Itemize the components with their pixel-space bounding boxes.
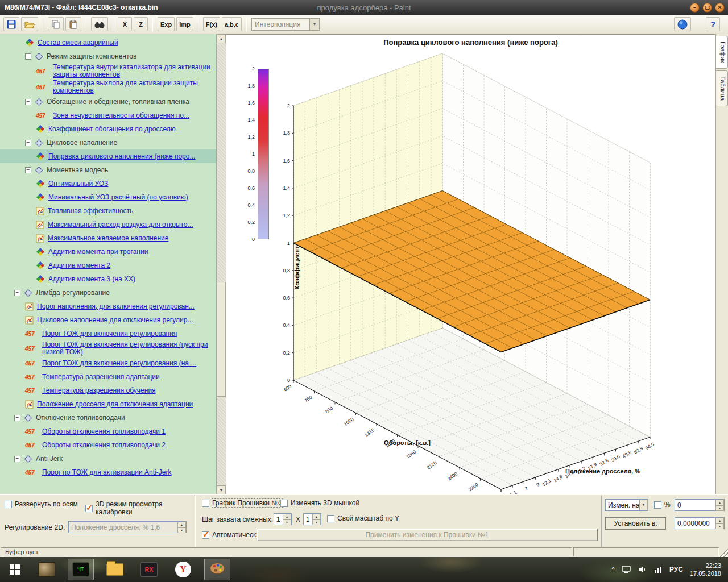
checkbox-checked-box[interactable] bbox=[202, 531, 209, 539]
tree-item-label[interactable]: Лямбда-регулирование bbox=[36, 289, 110, 297]
tree-item[interactable]: 457Обороты отключения топливоподачи 2 bbox=[0, 438, 216, 452]
taskbar-app-yandex[interactable]: Y bbox=[170, 559, 196, 580]
tree-item[interactable]: Максимальное желаемое наполнение bbox=[0, 231, 216, 245]
tree-item-label[interactable]: Обогащение и обеднение, топливная пленка bbox=[47, 98, 189, 106]
collapse-icon[interactable]: − bbox=[14, 415, 20, 421]
checkbox-checked-box[interactable] bbox=[85, 505, 93, 512]
export-button[interactable]: Exp bbox=[158, 17, 175, 31]
tree-item-label[interactable]: Температура внутри катализатора для акти… bbox=[53, 64, 215, 78]
tree-item-label[interactable]: Цикловое наполнение bbox=[47, 139, 117, 147]
tree-group[interactable]: −Цикловое наполнение bbox=[0, 136, 216, 149]
scroll-up-icon[interactable]: ▲ bbox=[217, 34, 226, 43]
tree-item[interactable]: Аддитив момента 2 bbox=[0, 259, 216, 272]
collapse-icon[interactable]: − bbox=[25, 53, 31, 60]
tree-item[interactable]: Поправка циклового наполнения (ниже поро… bbox=[0, 149, 216, 163]
tree-item[interactable]: 457Зона нечувствительности обогащения по… bbox=[0, 109, 216, 122]
tree-item[interactable]: Цикловое наполнение для отключения регул… bbox=[0, 313, 216, 327]
tree-item[interactable]: 457Температура разрешения адаптации bbox=[0, 370, 216, 384]
tree-item-label[interactable]: Порог ТОЖ для включения регулирования (п… bbox=[42, 341, 210, 356]
checkbox-box[interactable] bbox=[5, 501, 12, 508]
capture-y-spinner[interactable]: 1 ▲▼ bbox=[303, 513, 321, 525]
tree-item-label[interactable]: Обороты отключения топливоподачи 2 bbox=[42, 442, 166, 449]
spinner[interactable]: ▲▼ bbox=[312, 514, 321, 525]
tree-item[interactable]: Оптимальный УОЗ bbox=[0, 177, 216, 190]
tab-graph[interactable]: График bbox=[716, 36, 728, 69]
collapse-icon[interactable]: − bbox=[25, 99, 31, 105]
spin-down-icon[interactable]: ▼ bbox=[715, 523, 724, 529]
spinner[interactable]: ▲▼ bbox=[715, 500, 724, 510]
taskbar-app-files[interactable] bbox=[102, 559, 128, 580]
close-button[interactable]: ✕ bbox=[715, 3, 725, 13]
tree-group[interactable]: −Моментная модель bbox=[0, 163, 216, 177]
search-button[interactable] bbox=[91, 17, 108, 31]
tree-group[interactable]: −Отключение топливоподачи bbox=[0, 411, 216, 425]
tree-item-label[interactable]: Аддитив момента при трогании bbox=[48, 248, 148, 256]
tree-item-label[interactable]: Порог наполнения, для включения регулиро… bbox=[37, 303, 195, 310]
update-button[interactable] bbox=[674, 17, 691, 31]
edit-3d-mouse-checkbox[interactable]: Изменять 3D мышкой bbox=[280, 499, 359, 507]
percent-checkbox[interactable]: % bbox=[654, 501, 671, 509]
checkbox-box[interactable] bbox=[202, 500, 209, 507]
spin-up-icon[interactable]: ▲ bbox=[283, 514, 291, 519]
tree-item[interactable]: 457Порог ТОЖ для включения регулирования bbox=[0, 327, 216, 340]
spinner[interactable]: ▲▼ bbox=[283, 514, 291, 525]
tree-item-label[interactable]: Коэффициент обогащения по дросселю bbox=[48, 126, 176, 133]
minimize-button[interactable]: – bbox=[690, 3, 700, 13]
clock[interactable]: 22:23 17.05.2018 bbox=[690, 562, 721, 578]
x-axis-button[interactable]: X bbox=[118, 17, 132, 31]
resize-grip-icon[interactable] bbox=[719, 547, 728, 557]
spin-up-icon[interactable]: ▲ bbox=[715, 500, 724, 505]
tree-item[interactable]: Состав смеси аварийный bbox=[0, 36, 216, 49]
paste-button[interactable] bbox=[65, 17, 81, 31]
own-y-scale-checkbox[interactable]: Свой масштаб по Y bbox=[327, 514, 399, 522]
z-axis-button[interactable]: Z bbox=[134, 17, 148, 31]
spin-up-icon[interactable]: ▲ bbox=[312, 514, 321, 519]
capture-x-spinner[interactable]: 1 ▲▼ bbox=[274, 513, 292, 525]
help-button[interactable]: ? bbox=[706, 17, 720, 31]
spinner[interactable]: ▲▼ bbox=[715, 518, 724, 529]
start-button[interactable] bbox=[0, 557, 30, 582]
tree-item[interactable]: Топливная эффективность bbox=[0, 204, 216, 218]
network-icon[interactable] bbox=[653, 566, 663, 573]
apply-changes-button[interactable]: Применить изменения к Прошивки №1 bbox=[257, 529, 598, 541]
tree-item[interactable]: Аддитив момента 3 (на ХХ) bbox=[0, 272, 216, 286]
tree-item-label[interactable]: Максимальное желаемое наполнение bbox=[48, 235, 168, 242]
tree-item-label[interactable]: Топливная эффективность bbox=[48, 207, 133, 215]
expand-axes-checkbox[interactable]: Развернуть по осям bbox=[5, 500, 78, 508]
tree-item-label[interactable]: Максимальный расход воздуха для открыто.… bbox=[48, 221, 193, 228]
set-value-spinner[interactable]: 0,0000000 ▲▼ bbox=[675, 517, 725, 529]
open-button[interactable] bbox=[21, 17, 38, 31]
reg2d-field[interactable]: Положение дросселя, % 1,6 ▲▼ bbox=[68, 521, 187, 533]
tree-item[interactable]: Положение дросселя для отключения адапта… bbox=[0, 397, 216, 411]
tree-item[interactable]: 457Порог ТОЖ для включения регулирования… bbox=[0, 356, 216, 370]
spin-down-icon[interactable]: ▼ bbox=[283, 519, 291, 525]
maximize-button[interactable]: ▢ bbox=[702, 3, 712, 13]
taskbar-app-paint[interactable] bbox=[204, 559, 230, 580]
change-value-spinner[interactable]: 0 ▲▼ bbox=[675, 499, 725, 511]
tree-group[interactable]: −Anti-Jerk bbox=[0, 452, 216, 465]
tree-item-label[interactable]: Моментная модель bbox=[47, 167, 108, 174]
tree-item[interactable]: Минимальный УОЗ расчётный (по условию) bbox=[0, 190, 216, 204]
tree-item[interactable]: 457Температура внутри катализатора для а… bbox=[0, 63, 216, 79]
collapse-icon[interactable]: − bbox=[14, 290, 20, 296]
tree-group[interactable]: −Обогащение и обеднение, топливная пленк… bbox=[0, 95, 216, 109]
tree-item-label[interactable]: Anti-Jerk bbox=[36, 455, 63, 463]
tree-item-label[interactable]: Режим защиты компонентов bbox=[47, 53, 136, 60]
tree-item[interactable]: Максимальный расход воздуха для открыто.… bbox=[0, 218, 216, 231]
language-indicator[interactable]: РУС bbox=[669, 566, 683, 573]
tree-item[interactable]: 457Порог по ТОЖ для активизации Anti-Jer… bbox=[0, 465, 216, 479]
tree-item[interactable]: 457Температура разрешения обучения bbox=[0, 384, 216, 397]
tree-group[interactable]: −Лямбда-регулирование bbox=[0, 286, 216, 300]
tree-item[interactable]: Порог наполнения, для включения регулиро… bbox=[0, 300, 216, 313]
tree-item-label[interactable]: Температура разрешения обучения bbox=[42, 387, 156, 394]
view-3d-checkbox[interactable]: 3D режим просмотра калибровки bbox=[85, 500, 195, 516]
taskbar-app-photo[interactable] bbox=[34, 559, 60, 580]
spinner[interactable]: ▲▼ bbox=[177, 522, 186, 533]
spin-up-icon[interactable]: ▲ bbox=[177, 522, 186, 527]
collapse-icon[interactable]: − bbox=[14, 456, 20, 462]
tab-table[interactable]: Таблица bbox=[716, 70, 728, 106]
spin-up-icon[interactable]: ▲ bbox=[715, 518, 724, 523]
tree-item-label[interactable]: Порог по ТОЖ для активизации Anti-Jerk bbox=[42, 469, 171, 476]
set-to-button[interactable]: Установить в: bbox=[605, 517, 666, 530]
auto-checkbox[interactable]: Автоматически bbox=[202, 531, 260, 539]
